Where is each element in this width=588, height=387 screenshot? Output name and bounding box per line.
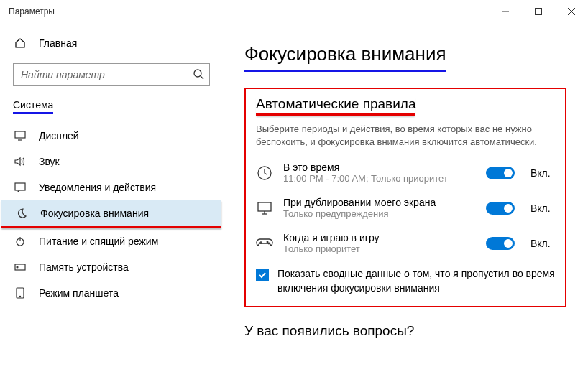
notification-icon	[14, 182, 26, 192]
nav-storage[interactable]: Память устройства	[0, 254, 223, 280]
nav-label: Уведомления и действия	[39, 182, 156, 193]
toggle-state: Вкл.	[530, 202, 555, 214]
toggle-state: Вкл.	[530, 167, 555, 179]
close-button[interactable]	[555, 0, 588, 23]
nav-label: Питание и спящий режим	[39, 236, 158, 247]
rule-subtitle: Только приоритет	[283, 243, 476, 254]
rule-gaming[interactable]: Когда я играю в игру Только приоритет Вк…	[256, 232, 555, 254]
monitor-icon	[256, 201, 273, 215]
nav-home[interactable]: Главная	[0, 32, 223, 55]
rule-time[interactable]: В это время 11:00 PM - 7:00 AM; Только п…	[256, 162, 555, 184]
window-title: Параметры	[9, 6, 55, 17]
page-title: Фокусировка внимания	[244, 43, 446, 72]
svg-point-21	[267, 241, 268, 243]
nav-display[interactable]: Дисплей	[0, 123, 223, 149]
nav-power[interactable]: Питание и спящий режим	[0, 228, 223, 254]
toggle-gaming[interactable]	[486, 237, 515, 250]
toggle-state: Вкл.	[530, 238, 555, 249]
rule-subtitle: 11:00 PM - 7:00 AM; Только приоритет	[283, 173, 476, 184]
minimize-button[interactable]	[489, 0, 522, 23]
svg-line-5	[201, 76, 203, 79]
summary-label: Показать сводные данные о том, что я про…	[277, 267, 555, 295]
questions-heading: У вас появились вопросы?	[244, 323, 566, 339]
nav-home-label: Главная	[39, 37, 77, 49]
nav-label: Режим планшета	[39, 287, 119, 299]
nav-label: Звук	[39, 156, 60, 167]
rule-title: При дублировании моего экрана	[283, 197, 476, 208]
nav-tablet[interactable]: Режим планшета	[0, 280, 223, 306]
section-label: Система	[13, 99, 53, 114]
sidebar: Главная Система Дисплей Звук Уведомления…	[0, 23, 223, 387]
toggle-time[interactable]	[486, 167, 515, 179]
rule-title: В это время	[283, 162, 476, 173]
tablet-icon	[14, 287, 26, 299]
gamepad-icon	[256, 238, 273, 249]
home-icon	[14, 37, 26, 49]
section-description: Выберите периоды и действия, во время ко…	[256, 123, 555, 149]
nav-label: Дисплей	[39, 130, 79, 141]
clock-icon	[256, 165, 273, 181]
svg-rect-6	[15, 131, 25, 138]
summary-checkbox[interactable]	[256, 269, 269, 281]
rule-subtitle: Только предупреждения	[283, 208, 476, 219]
nav-label: Память устройства	[39, 261, 129, 273]
nav-sound[interactable]: Звук	[0, 149, 223, 174]
display-icon	[14, 131, 26, 141]
svg-point-14	[19, 296, 20, 297]
nav-notifications[interactable]: Уведомления и действия	[0, 174, 223, 200]
svg-rect-16	[258, 202, 271, 211]
svg-point-12	[17, 266, 18, 268]
moon-icon	[16, 208, 27, 219]
auto-rules-section: Автоматические правила Выберите периоды …	[244, 88, 566, 307]
svg-point-22	[268, 243, 270, 244]
sound-icon	[14, 157, 26, 167]
svg-rect-8	[15, 183, 25, 190]
search-icon	[193, 68, 204, 82]
svg-rect-1	[536, 9, 542, 15]
main-content: Фокусировка внимания Автоматические прав…	[223, 23, 588, 387]
power-icon	[14, 236, 26, 247]
nav-focus-assist[interactable]: Фокусировка внимания	[1, 200, 221, 226]
section-heading: Автоматические правила	[256, 96, 415, 116]
rule-duplicate-display[interactable]: При дублировании моего экрана Только пре…	[256, 197, 555, 219]
rule-title: Когда я играю в игру	[283, 232, 476, 243]
toggle-duplicate[interactable]	[486, 202, 515, 215]
maximize-button[interactable]	[522, 0, 555, 23]
search-input[interactable]	[13, 63, 210, 86]
storage-icon	[14, 263, 26, 271]
nav-label: Фокусировка внимания	[40, 208, 149, 219]
svg-point-4	[194, 70, 201, 77]
